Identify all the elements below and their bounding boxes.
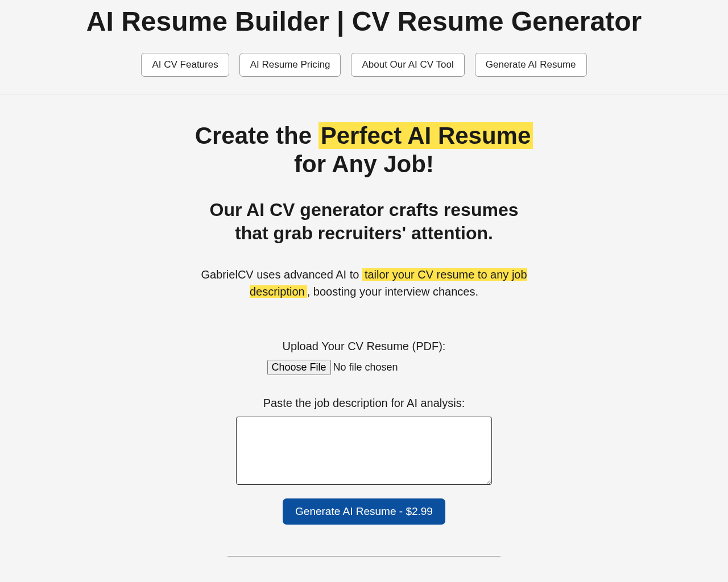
page-title: AI Resume Builder | CV Resume Generator — [0, 6, 728, 37]
hero-pre: Create the — [195, 122, 318, 149]
file-input-row — [193, 360, 535, 375]
main-nav: AI CV Features AI Resume Pricing About O… — [0, 53, 728, 77]
description-text: GabrielCV uses advanced AI to tailor you… — [193, 266, 535, 300]
description-pre: GabrielCV uses advanced AI to — [201, 268, 362, 281]
hero-heading: Create the Perfect AI Resume for Any Job… — [193, 122, 535, 179]
description-post: , boosting your interview chances. — [307, 285, 478, 298]
sub-heading: Our AI CV generator crafts resumes that … — [193, 198, 535, 246]
generate-resume-button[interactable]: Generate AI Resume - $2.99 — [283, 498, 445, 525]
job-description-textarea[interactable] — [236, 417, 492, 485]
main-content: Create the Perfect AI Resume for Any Job… — [182, 94, 546, 582]
hero-highlight: Perfect AI Resume — [318, 122, 533, 149]
upload-label: Upload Your CV Resume (PDF): — [193, 340, 535, 353]
page-header: AI Resume Builder | CV Resume Generator … — [0, 0, 728, 94]
hero-post: for Any Job! — [294, 151, 434, 177]
nav-features-button[interactable]: AI CV Features — [141, 53, 229, 77]
nav-generate-button[interactable]: Generate AI Resume — [475, 53, 587, 77]
jd-label: Paste the job description for AI analysi… — [193, 397, 535, 410]
nav-pricing-button[interactable]: AI Resume Pricing — [239, 53, 341, 77]
section-divider — [228, 556, 500, 556]
nav-about-button[interactable]: About Our AI CV Tool — [351, 53, 464, 77]
file-input[interactable] — [267, 360, 461, 375]
